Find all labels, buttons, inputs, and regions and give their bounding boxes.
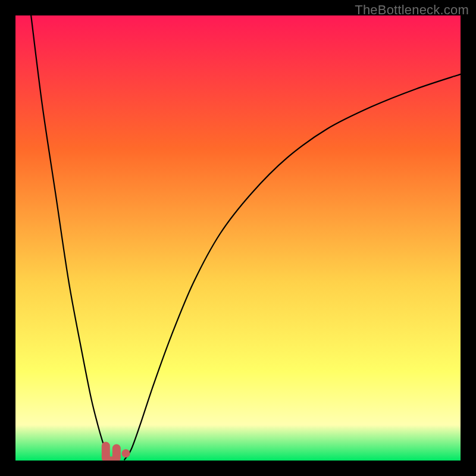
plot-area bbox=[15, 15, 461, 461]
chart-frame: TheBottleneck.com bbox=[0, 0, 476, 476]
dot-marker bbox=[122, 449, 130, 458]
chart-curves bbox=[15, 15, 461, 461]
thick-u-marker bbox=[106, 446, 117, 461]
watermark-text: TheBottleneck.com bbox=[355, 2, 469, 18]
left-branch-path bbox=[31, 15, 112, 460]
right-branch-path bbox=[124, 74, 461, 460]
